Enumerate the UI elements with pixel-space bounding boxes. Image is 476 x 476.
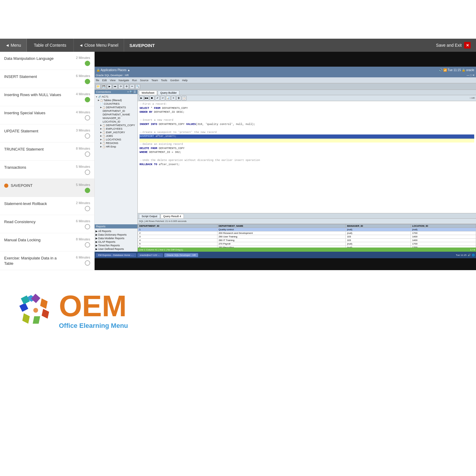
table-cell: 5 xyxy=(138,242,217,246)
sidebar-item-text: Statement-level Rollback xyxy=(4,201,47,206)
toolbar-btn-2[interactable]: 💾 xyxy=(101,84,106,89)
menu-view[interactable]: View xyxy=(110,79,115,82)
reports-pane: Reports ▶ All Reports ▶ Data Dictionary … xyxy=(95,224,138,252)
code-comment-1: --First a record: xyxy=(140,102,474,107)
run-script-btn[interactable]: ▶▶ xyxy=(144,96,149,101)
report-item[interactable]: ▶ TimesTen Reports xyxy=(95,244,137,247)
code-line-5: WHERE DEPARTMENT_ID = 302; xyxy=(140,151,474,155)
sidebar-item-null[interactable]: Inserting Rows with NULL Values4 Minutes xyxy=(0,88,94,106)
sidebar-item-left: Exercise: Manipulate Data in a Table xyxy=(4,256,66,266)
menu-file[interactable]: file xyxy=(96,79,99,82)
sidebar-item-right: 5 Minutes xyxy=(66,183,90,193)
sidebar-item-dml[interactable]: Data Manipulation Language2 Minutes xyxy=(0,52,94,70)
run-btn[interactable]: ▶ xyxy=(139,96,144,101)
table-cell: Quality control xyxy=(217,228,346,231)
tab-script-output[interactable]: Script Output xyxy=(139,214,160,218)
taskbar-icon-1: 🔊 xyxy=(468,254,471,256)
stop-btn[interactable]: ⏹ xyxy=(150,96,154,101)
toolbar-btn-4[interactable]: ⏮ xyxy=(113,84,118,89)
menu-edit[interactable]: Edit xyxy=(102,79,107,82)
clear-btn[interactable]: 🗑 xyxy=(176,96,181,101)
toc-button[interactable]: Table of Contents xyxy=(27,39,74,52)
tab-query-builder[interactable]: Query Builder xyxy=(158,90,179,95)
sidebar-item-truncate[interactable]: TRUNCATE Statement8 Minutes xyxy=(0,143,94,161)
close-panel-button[interactable]: ◄ Close Menu Panel xyxy=(74,39,124,52)
table-row[interactable]: 5270 Payroll(null)1700 xyxy=(138,242,476,246)
sidebar-item-update[interactable]: UPDATE Statement3 Minutes xyxy=(0,124,94,143)
screenshot-bottom-bar xyxy=(95,258,476,270)
menu-button[interactable]: ◄ Menu xyxy=(0,39,27,52)
save-exit-button[interactable]: Save and Exit ✕ xyxy=(431,39,476,52)
tree-item[interactable]: ▶📋 EMPLOYEES xyxy=(95,127,137,131)
toolbar-btn-8[interactable]: 🔍 xyxy=(135,84,140,89)
toolbar-btn-1[interactable]: 📁 xyxy=(96,84,101,89)
report-item[interactable]: ▶ OLAP Reports xyxy=(95,240,137,244)
explain-btn[interactable]: 📊 xyxy=(166,96,170,101)
report-item[interactable]: ▶ User Defined Reports xyxy=(95,247,137,251)
toolbar-btn-5[interactable]: ⟳ xyxy=(118,84,123,89)
sidebar-minutes: 3 Minutes xyxy=(76,129,90,132)
tree-item[interactable]: 📄 COUNTRIES xyxy=(95,102,137,106)
sidebar-item-consistency[interactable]: Read Consistency6 Minutes xyxy=(0,215,94,233)
nav-bar: ◄ Menu Table of Contents ◄ Close Menu Pa… xyxy=(0,39,476,52)
tree-item[interactable]: ▶📋 HR Emp xyxy=(95,145,137,148)
taskbar-sql-developer[interactable]: Oracle SQL Developer : HR xyxy=(164,253,198,257)
sidebar-item-exercise[interactable]: Exercise: Manipulate Data in a Table6 Mi… xyxy=(0,251,94,270)
sidebar-item-right: 3 Minutes xyxy=(66,129,90,139)
menu-tools[interactable]: Tools xyxy=(161,79,167,82)
table-row[interactable]: 1Quality control(null)(null) xyxy=(138,228,476,231)
oracle-window-controls: — □ ✕ xyxy=(467,74,475,77)
sql-editor[interactable]: --First a record: SELECT * FROM DEPARTME… xyxy=(138,101,476,213)
sidebar-item-insert[interactable]: INSERT Statement6 Minutes xyxy=(0,70,94,88)
sidebar-minutes: 4 Minutes xyxy=(76,92,90,96)
sidebar-item-special[interactable]: Inserting Special Values4 Minutes xyxy=(0,106,94,124)
report-item[interactable]: ▶ Data Dictionary Reports xyxy=(95,233,137,237)
sidebar-item-text: Inserting Rows with NULL Values xyxy=(4,92,61,98)
tree-item[interactable]: ▶📋 DEPARTMENTS xyxy=(95,106,137,109)
sidebar-item-transactions[interactable]: Transactions5 Minutes xyxy=(0,161,94,179)
result-table: DEPARTMENT_ID DEPARTMENT_NAME MANAGER_ID… xyxy=(138,224,476,248)
oracle-inner: 🔒 Applications Places ▲ 🔊 📶 Tue 11:15 🔒 … xyxy=(95,67,476,258)
tree-item[interactable]: ▶📋 EMP_HISTORY xyxy=(95,131,137,134)
sidebar-item-text: INSERT Statement xyxy=(4,74,37,79)
menu-navigate[interactable]: Navigate xyxy=(118,79,129,82)
menu-team[interactable]: Team xyxy=(151,79,158,82)
sidebar-item-locking[interactable]: Manual Data Locking8 Minutes xyxy=(0,233,94,251)
taskbar-em-express[interactable]: EM Express - Database Home -... xyxy=(96,253,136,257)
rollback-btn[interactable]: ↩ xyxy=(160,96,165,101)
table-row[interactable]: 2200 Research and Development(null)1700 xyxy=(138,231,476,235)
report-item[interactable]: ▶ Data Modeler Reports xyxy=(95,237,137,240)
tree-item[interactable]: ▶📋 Tables (filtered) xyxy=(95,98,137,102)
toolbar-btn-7[interactable]: ✏ xyxy=(130,84,134,89)
menu-help[interactable]: Help xyxy=(182,79,188,82)
tree-item[interactable]: ▼🔗 AC71 xyxy=(95,95,137,98)
code-toolbar: ▶ ▶▶ ⏹ ✔ ↩ 📊 ≡ 🗑 📋 ↕ HR xyxy=(138,95,476,101)
menu-gordon[interactable]: Gordon xyxy=(170,79,179,82)
worksheet-selector[interactable]: ↕ HR xyxy=(469,97,475,99)
taskbar-oracle-terminal[interactable]: oracle@oc7-122 -... xyxy=(137,253,163,257)
sidebar-item-left: Inserting Special Values xyxy=(4,110,46,116)
menu-source[interactable]: Source xyxy=(140,79,148,82)
report-item[interactable]: ▶ All Reports xyxy=(95,229,137,233)
tab-query-result[interactable]: Query Result 4 xyxy=(161,214,184,218)
toolbar-btn-6[interactable]: ⚙ xyxy=(124,84,129,89)
sidebar-item-rollback[interactable]: Statement-level Rollback2 Minutes xyxy=(0,197,94,215)
tree-item[interactable]: ▶📋 JOBS xyxy=(95,134,137,138)
tree-item[interactable]: ▶📋 REGIONS xyxy=(95,141,137,145)
history-btn[interactable]: 📋 xyxy=(182,96,187,101)
col-dept-id: DEPARTMENT_ID xyxy=(138,224,217,228)
format-btn[interactable]: ≡ xyxy=(171,96,176,101)
sidebar-item-savepoint[interactable]: SAVEPOINT5 Minutes xyxy=(0,179,94,197)
tree-item[interactable]: ▶📋 LOCATIONS xyxy=(95,138,137,141)
table-row[interactable]: 4280 IT Training1031400 xyxy=(138,239,476,242)
connections-pane: Connections + 🔍 ☰ ▼🔗 AC71 ▶📋 Tables (fil… xyxy=(95,90,138,224)
sidebar-minutes: 2 Minutes xyxy=(76,201,90,205)
toolbar-btn-3[interactable]: ▶ xyxy=(107,84,112,89)
close-x-icon[interactable]: ✕ xyxy=(464,42,471,48)
table-row[interactable]: 3290 User Training1031400 xyxy=(138,235,476,239)
top-spacer xyxy=(0,0,476,39)
menu-run[interactable]: Run xyxy=(132,79,137,82)
tab-worksheet[interactable]: Worksheet xyxy=(139,90,157,95)
tree-item[interactable]: ▶📋 DEPARTMENTS_COPY xyxy=(95,123,137,127)
commit-btn[interactable]: ✔ xyxy=(155,96,160,101)
